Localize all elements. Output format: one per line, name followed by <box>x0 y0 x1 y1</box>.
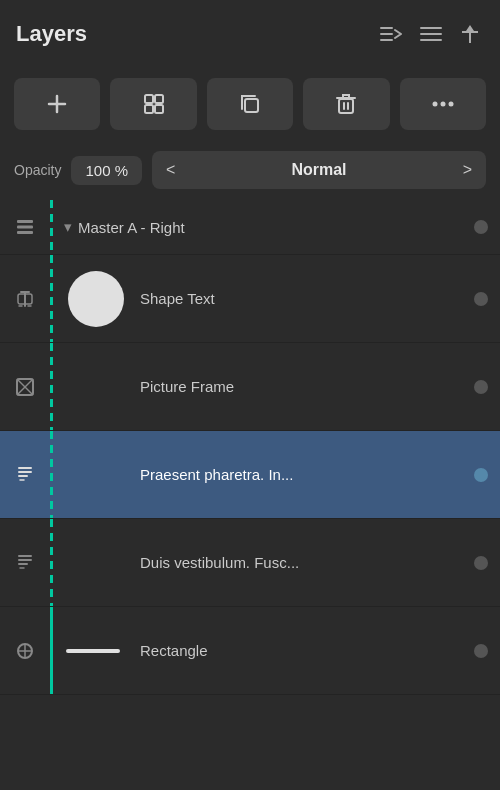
layer-thumbnail <box>62 617 130 685</box>
svg-point-16 <box>432 102 437 107</box>
svg-rect-9 <box>155 95 163 103</box>
layer-row[interactable]: Praesent pharetra. In... <box>0 431 500 519</box>
svg-rect-20 <box>17 226 33 229</box>
layer-type-icon-area <box>0 607 50 694</box>
thumbnail-circle <box>68 271 124 327</box>
svg-point-17 <box>440 102 445 107</box>
panel-header: Layers <box>0 0 500 68</box>
layer-visibility-dot[interactable] <box>474 556 488 570</box>
layer-visibility-dot[interactable] <box>474 292 488 306</box>
layer-type-icon <box>16 642 34 660</box>
layer-visibility-dot[interactable] <box>474 468 488 482</box>
layer-row[interactable]: ▾ Master A - Right <box>0 200 500 255</box>
panel-title: Layers <box>16 21 87 47</box>
layer-type-icon <box>16 290 34 308</box>
blend-next-button[interactable]: > <box>459 161 476 179</box>
blend-prev-button[interactable]: < <box>162 161 179 179</box>
svg-rect-8 <box>145 95 153 103</box>
svg-rect-10 <box>145 105 153 113</box>
svg-rect-12 <box>245 99 258 112</box>
layer-type-icon-area <box>0 255 50 342</box>
layer-name: Shape Text <box>140 290 466 307</box>
header-actions <box>376 19 484 49</box>
layer-row[interactable]: Duis vestibulum. Fusc... <box>0 519 500 607</box>
svg-rect-19 <box>17 220 33 223</box>
chevron-down-icon: ▾ <box>64 218 72 236</box>
layer-name: Rectangle <box>140 642 466 659</box>
layer-name: Master A - Right <box>78 219 466 236</box>
layer-name: Picture Frame <box>140 378 466 395</box>
duplicate-button[interactable] <box>207 78 293 130</box>
more-button[interactable] <box>400 78 486 130</box>
layer-type-icon <box>17 466 33 484</box>
layer-thumbnail <box>62 265 130 333</box>
toolbar <box>0 68 500 144</box>
blend-mode-selector[interactable]: < Normal > <box>152 151 486 189</box>
layers-list: ▾ Master A - Right Shape Text <box>0 200 500 695</box>
layer-type-icon <box>16 218 34 236</box>
layer-visibility-dot[interactable] <box>474 644 488 658</box>
collapse-button[interactable] <box>376 21 406 47</box>
grid-button[interactable] <box>110 78 196 130</box>
layer-row[interactable]: Rectangle <box>0 607 500 695</box>
opacity-value[interactable]: 100 % <box>71 156 142 185</box>
layer-type-icon <box>17 554 33 572</box>
layer-type-icon-area <box>0 343 50 430</box>
blend-mode-label: Normal <box>291 161 346 179</box>
svg-rect-21 <box>17 231 33 234</box>
layer-visibility-dot[interactable] <box>474 220 488 234</box>
add-layer-button[interactable] <box>14 78 100 130</box>
delete-button[interactable] <box>303 78 389 130</box>
layer-thumbnail <box>62 529 130 597</box>
layer-type-icon-area <box>0 519 50 606</box>
layer-visibility-dot[interactable] <box>474 380 488 394</box>
layer-thumbnail <box>62 441 130 509</box>
layer-type-icon <box>16 378 34 396</box>
pin-button[interactable] <box>456 19 484 49</box>
opacity-label: Opacity <box>14 162 61 178</box>
svg-rect-11 <box>155 105 163 113</box>
blend-opacity-row: Opacity 100 % < Normal > <box>0 144 500 196</box>
layer-type-icon-area <box>0 431 50 518</box>
layer-type-icon-area <box>0 200 50 254</box>
layer-row[interactable]: Picture Frame <box>0 343 500 431</box>
layer-name: Praesent pharetra. In... <box>140 466 466 483</box>
layer-name: Duis vestibulum. Fusc... <box>140 554 466 571</box>
menu-button[interactable] <box>416 21 446 47</box>
svg-point-18 <box>448 102 453 107</box>
layer-thumbnail <box>62 353 130 421</box>
thumbnail-line <box>66 649 120 653</box>
layer-row[interactable]: Shape Text <box>0 255 500 343</box>
svg-rect-13 <box>339 99 353 113</box>
